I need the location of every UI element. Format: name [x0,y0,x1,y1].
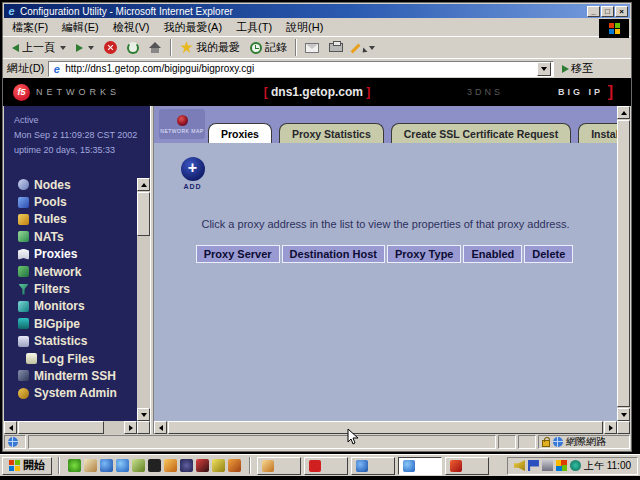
sidebar-horizontal-scrollbar[interactable] [4,421,137,434]
status-bar: 網際網路 [4,434,630,450]
sidebar-item-rules[interactable]: Rules [18,211,150,228]
network-map-label: NETWORK MAP [160,128,203,134]
quick-launch-icon[interactable] [164,459,177,472]
product-bigip-label: BIG IP [558,87,603,97]
system-status: Active Mon Sep 2 11:09:28 CST 2002 uptim… [4,106,150,158]
sidebar-vertical-scrollbar[interactable] [137,178,150,421]
tab-proxies[interactable]: Proxies [208,123,272,143]
tab-create-ssl-certificate-request[interactable]: Create SSL Certificate Request [391,123,571,143]
quick-launch-icon[interactable] [228,459,241,472]
sidebar-item-filters[interactable]: Filters [18,280,150,297]
favorites-button[interactable]: 我的最愛 [175,38,245,57]
sidebar-item-label: Filters [34,282,70,296]
menu-favorites[interactable]: 我的最愛(A) [156,19,229,36]
title-bar: e Configuration Utility - Microsoft Inte… [4,4,630,18]
volume-icon[interactable] [514,460,525,471]
refresh-button[interactable] [122,40,144,56]
column-header-destination-host: Destination Host [282,245,385,263]
scrollbar-thumb[interactable] [168,421,603,434]
task-button-active[interactable] [398,457,442,475]
task-button[interactable] [304,457,348,475]
sidebar-item-network[interactable]: Network [18,263,150,280]
sidebar-item-mindterm-ssh[interactable]: Mindterm SSH [18,367,150,384]
main-vertical-scrollbar[interactable] [617,106,630,421]
back-dropdown-icon[interactable] [60,46,66,50]
column-header-proxy-type: Proxy Type [387,245,462,263]
menu-edit[interactable]: 編輯(E) [55,19,106,36]
stop-button[interactable] [99,39,122,56]
sidebar-item-nats[interactable]: NATs [18,228,150,245]
quick-launch-icon[interactable] [84,459,97,472]
tab-install-ssl-certificate[interactable]: Install SSL Certif [578,123,617,143]
address-input[interactable] [65,63,534,74]
menu-file[interactable]: 檔案(F) [5,19,55,36]
quick-launch-icon[interactable] [148,459,161,472]
scrollbar-thumb[interactable] [137,192,150,236]
task-button[interactable] [257,457,301,475]
go-button[interactable]: 移至 [558,60,597,77]
scroll-down-button[interactable] [617,408,630,421]
ie-icon: e [6,6,17,16]
network-map-icon [177,115,188,126]
sidebar-item-monitors[interactable]: Monitors [18,298,150,315]
sidebar-item-proxies[interactable]: Proxies [18,246,150,263]
print-button[interactable] [324,41,348,54]
filters-icon [18,284,29,295]
menu-tools[interactable]: 工具(T) [229,19,279,36]
scroll-right-button[interactable] [604,421,617,434]
back-button[interactable]: 上一頁 [7,38,71,57]
add-button-label: ADD [171,183,214,190]
display-icon[interactable] [542,460,553,471]
minimize-button[interactable]: _ [587,6,600,17]
sidebar-item-statistics[interactable]: Statistics [18,333,150,350]
edit-dropdown-icon[interactable] [369,46,375,50]
tray-icon[interactable] [556,460,567,471]
pools-icon [18,197,29,208]
scroll-left-button[interactable] [154,421,167,434]
scroll-down-button[interactable] [137,408,150,421]
scrollbar-thumb[interactable] [617,120,630,407]
quick-launch-icon[interactable] [196,459,209,472]
proxies-page: + ADD Click a proxy address in the list … [154,143,617,421]
sidebar-item-system-admin[interactable]: System Admin [18,385,150,402]
network-map-button[interactable]: NETWORK MAP [159,109,205,139]
quick-launch-icon[interactable] [116,459,129,472]
task-button[interactable] [351,457,395,475]
scroll-right-button[interactable] [124,421,137,434]
home-button[interactable] [144,40,167,55]
scroll-left-button[interactable] [4,421,17,434]
task-button[interactable] [445,457,489,475]
forward-button[interactable] [71,42,99,54]
close-button[interactable]: × [615,6,628,17]
add-button[interactable]: + [181,157,205,181]
tray-icon[interactable] [570,460,581,471]
sidebar-item-label: Proxies [34,247,77,261]
scrollbar-thumb[interactable] [18,421,104,434]
restore-button[interactable]: □ [601,6,614,17]
back-label: 上一頁 [22,40,55,55]
ie-throbber [599,19,629,38]
menu-view[interactable]: 檢視(V) [106,19,157,36]
sidebar-item-bigpipe[interactable]: BIGpipe [18,315,150,332]
tab-proxy-statistics[interactable]: Proxy Statistics [279,123,384,143]
quick-launch-icon[interactable] [180,459,193,472]
start-button[interactable]: 開始 [2,457,52,475]
quick-launch-icon[interactable] [132,459,145,472]
quick-launch-icon[interactable] [212,459,225,472]
address-dropdown-button[interactable] [537,62,551,76]
scroll-up-button[interactable] [137,178,150,191]
main-horizontal-scrollbar[interactable] [154,421,617,434]
quick-launch-icon[interactable] [100,459,113,472]
menu-help[interactable]: 說明(H) [279,19,330,36]
sidebar-item-log-files[interactable]: Log Files [18,350,150,367]
mouse-cursor [347,428,359,446]
tray-icon[interactable] [528,460,539,471]
sidebar-item-nodes[interactable]: Nodes [18,176,150,193]
mail-button[interactable] [300,41,324,55]
history-button[interactable]: 記錄 [245,38,292,57]
sidebar-item-pools[interactable]: Pools [18,193,150,210]
quick-launch-icon[interactable] [68,459,81,472]
forward-dropdown-icon[interactable] [88,46,94,50]
scroll-up-button[interactable] [617,106,630,119]
edit-button[interactable] [348,40,380,55]
